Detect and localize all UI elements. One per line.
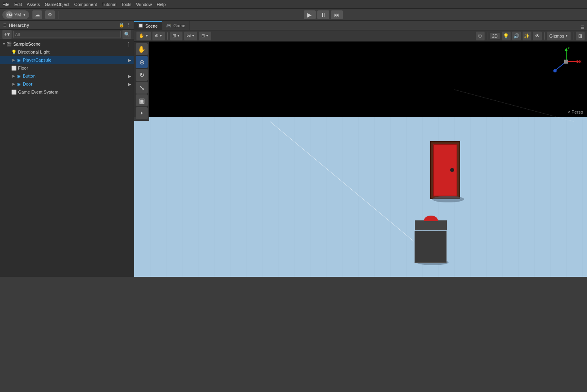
menu-gameobject[interactable]: GameObject (45, 2, 70, 7)
scale-tool-btn[interactable]: ⤡ (136, 82, 148, 94)
cloud-button[interactable]: ☁ (32, 10, 42, 19)
playercapsule-arrow: ▶ (128, 58, 131, 62)
effects-button[interactable]: ✨ (523, 32, 531, 40)
door-panel (433, 144, 457, 196)
transform-tool[interactable]: ✋ ▼ (136, 32, 151, 40)
tree-item-samplescene[interactable]: ▼ 🎬 SampleScene ⋮ (0, 40, 134, 48)
menu-tools[interactable]: Tools (121, 2, 132, 7)
step-button[interactable]: ⏭ (331, 10, 343, 19)
grid-icon: ⊞ (201, 33, 205, 38)
door-knob (450, 168, 454, 172)
svg-text:X: X (579, 60, 581, 64)
chevron-down-icon: ▼ (145, 34, 148, 38)
crosshair-tool-btn[interactable]: ⊕ (136, 56, 148, 68)
game-tab-icon: 🎮 (166, 23, 172, 28)
lock-icon[interactable]: 🔒 (119, 22, 124, 28)
audio-button[interactable]: 🔊 (512, 32, 521, 40)
tab-game[interactable]: 🎮 Game (162, 21, 190, 30)
tree-item-button[interactable]: ▶ ◉ Button ▶ (0, 72, 134, 80)
svg-text:Y: Y (567, 46, 570, 50)
layout-tool[interactable]: ⊞ ▼ (170, 32, 182, 40)
hierarchy-tree: ▼ 🎬 SampleScene ⋮ 💡 Directional Light ▶ … (0, 39, 134, 277)
button-icon: ◉ (16, 73, 22, 79)
menu-file[interactable]: File (2, 2, 10, 7)
sep4 (573, 32, 573, 40)
scene-view-settings[interactable]: ☉ (476, 32, 485, 40)
tree-item-floor[interactable]: ⬜ Floor (0, 64, 134, 72)
settings-button[interactable]: ⚙ (45, 10, 55, 19)
scene-options[interactable]: ⋮ (126, 41, 131, 47)
hierarchy-title: Hierarchy (9, 23, 29, 28)
top-menubar: File Edit Assets GameObject Component Tu… (0, 0, 587, 9)
gizmos-button[interactable]: Gizmos ▼ (547, 32, 571, 40)
pause-button[interactable]: ⏸ (317, 10, 329, 19)
account-button[interactable]: YM YM ▼ (2, 10, 29, 19)
hierarchy-search-input[interactable] (13, 31, 121, 38)
transform-all-btn[interactable]: ✦ (136, 107, 148, 119)
svg-rect-0 (134, 117, 587, 277)
sep3 (544, 32, 545, 40)
tree-item-directional-light[interactable]: 💡 Directional Light (0, 48, 134, 56)
scene-tab-label: Scene (145, 24, 158, 28)
hierarchy-panel: ☰ Hierarchy 🔒 ⋮ +▾ 🔍 ▼ 🎬 SampleScene ⋮ (0, 21, 134, 277)
svg-point-8 (553, 69, 557, 72)
chevron-down-icon: ▼ (23, 13, 26, 17)
cube-body (415, 231, 447, 263)
gizmo-svg: Y X (550, 46, 582, 78)
svg-rect-9 (564, 60, 568, 64)
scene-icon: 🎬 (6, 41, 12, 47)
rect-tool-btn[interactable]: ▣ (136, 94, 148, 106)
grid-tool[interactable]: ⊞ ▼ (199, 32, 211, 40)
scene-view[interactable]: < Persp (134, 42, 587, 277)
hierarchy-header: ☰ Hierarchy 🔒 ⋮ (0, 21, 134, 30)
tree-item-game-event-system[interactable]: ⬜ Game Event System (0, 88, 134, 96)
expand-arrow-door: ▶ (11, 82, 16, 86)
snap-tool[interactable]: ⋈ ▼ (184, 32, 197, 40)
menu-component[interactable]: Component (74, 2, 97, 7)
play-button[interactable]: ▶ (304, 10, 316, 19)
door-object (430, 141, 460, 199)
scene-tabs: 🔲 Scene 🎮 Game ☰ (134, 21, 587, 30)
menu-assets[interactable]: Assets (27, 2, 40, 7)
tree-item-door[interactable]: ▶ ◉ Door ▶ (0, 80, 134, 88)
game-tab-label: Game (173, 23, 185, 28)
hidden-objects-button[interactable]: 👁 (533, 32, 542, 40)
menu-edit[interactable]: Edit (14, 2, 22, 7)
door-icon: ◉ (16, 81, 22, 87)
lighting-button[interactable]: 💡 (502, 32, 511, 40)
persp-label: < Persp (568, 110, 583, 114)
door-shadow (432, 196, 464, 202)
hierarchy-add-button[interactable]: +▾ (2, 30, 12, 39)
hierarchy-search-icon[interactable]: 🔍 (122, 30, 131, 39)
toolbar-separator (58, 11, 58, 19)
chevron-down-icon4: ▼ (192, 34, 195, 38)
gizmos-label: Gizmos (549, 34, 564, 38)
scene-menu-icon[interactable]: ☰ (581, 25, 585, 30)
tab-scene[interactable]: 🔲 Scene (134, 21, 162, 30)
step-icon: ⏭ (334, 12, 340, 18)
hierarchy-toolbar: +▾ 🔍 (0, 30, 134, 39)
grid-svg (134, 117, 587, 277)
scene-toolbar-right: ☉ 2D 💡 🔊 ✨ 👁 Gizmos ▼ ⊞ (476, 32, 585, 40)
menu-help[interactable]: Help (156, 2, 166, 7)
chevron-down-icon3: ▼ (177, 34, 180, 38)
gizmos-chevron: ▼ (565, 34, 568, 38)
more-icon[interactable]: ⋮ (126, 22, 130, 28)
scene-more-button[interactable]: ⊞ (576, 32, 585, 40)
tree-item-playercapsule[interactable]: ▶ ◉ PlayerCapsule ▶ (0, 56, 134, 64)
hand-tool-btn[interactable]: ✋ (136, 43, 148, 55)
2d-toggle[interactable]: 2D (490, 33, 500, 39)
rotate-tool-btn[interactable]: ↻ (136, 69, 148, 81)
expand-arrow: ▼ (2, 42, 6, 46)
floor-icon: ⬜ (11, 65, 17, 71)
door-frame (430, 141, 460, 199)
gizmo-widget: Y X (550, 46, 582, 78)
hierarchy-icon: ☰ (3, 23, 6, 27)
menu-tutorial[interactable]: Tutorial (102, 2, 116, 7)
menu-window[interactable]: Window (136, 2, 152, 7)
move-tool[interactable]: ⊕ ▼ (152, 32, 165, 40)
capsule-icon: ◉ (16, 57, 22, 63)
sep2 (487, 32, 487, 40)
layout-icon: ⊞ (172, 33, 176, 38)
button-arrow: ▶ (128, 74, 131, 78)
